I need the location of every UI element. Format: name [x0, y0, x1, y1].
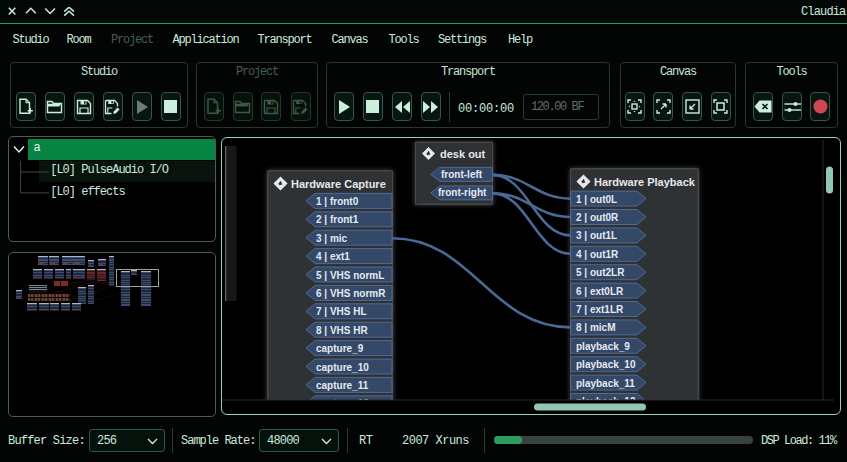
- svg-text:2 | front1: 2 | front1: [316, 214, 359, 225]
- svg-text:desk out: desk out: [440, 148, 486, 160]
- svg-text:playback_9: playback_9: [576, 341, 630, 352]
- svg-text:8 | micM: 8 | micM: [576, 322, 615, 333]
- svg-text:6 | VHS normR: 6 | VHS normR: [316, 288, 386, 299]
- svg-text:capture_9: capture_9: [316, 343, 364, 354]
- svg-text:Hardware Playback: Hardware Playback: [594, 176, 696, 188]
- svg-text:3 | mic: 3 | mic: [316, 233, 348, 244]
- svg-text:2 | out0R: 2 | out0R: [576, 212, 619, 223]
- svg-text:playback_10: playback_10: [576, 359, 636, 370]
- svg-text:3 | out1L: 3 | out1L: [576, 230, 617, 241]
- svg-text:7 | ext1LR: 7 | ext1LR: [576, 304, 624, 315]
- svg-text:1 | out0L: 1 | out0L: [576, 194, 617, 205]
- svg-text:8 | VHS HR: 8 | VHS HR: [316, 325, 368, 336]
- svg-text:playback_11: playback_11: [576, 378, 635, 389]
- svg-text:front-left: front-left: [441, 169, 483, 180]
- svg-text:5 | out2LR: 5 | out2LR: [576, 267, 625, 278]
- svg-text:6 | ext0LR: 6 | ext0LR: [576, 286, 624, 297]
- svg-text:capture_11: capture_11: [316, 380, 369, 391]
- svg-text:7 | VHS HL: 7 | VHS HL: [316, 306, 367, 317]
- svg-text:4 | out1R: 4 | out1R: [576, 249, 619, 260]
- svg-text:1 | front0: 1 | front0: [316, 196, 359, 207]
- svg-text:Hardware Capture: Hardware Capture: [291, 178, 386, 190]
- svg-text:capture_10: capture_10: [316, 362, 369, 373]
- svg-text:4 | ext1: 4 | ext1: [316, 251, 350, 262]
- svg-text:front-right: front-right: [438, 187, 487, 198]
- svg-text:5 | VHS normL: 5 | VHS normL: [316, 270, 384, 281]
